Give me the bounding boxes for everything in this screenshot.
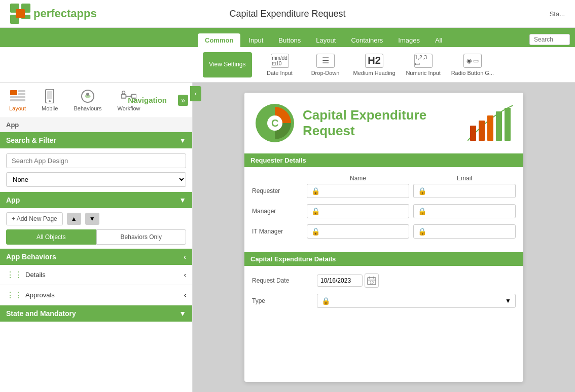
logo-icon	[10, 4, 30, 24]
state-mandatory-header[interactable]: State and Mandatory ▼	[0, 305, 192, 322]
app-section-chevron-icon: ▼	[179, 196, 186, 204]
details-label: ⋮⋮ Details	[6, 270, 46, 280]
sidebar-content: App Search & Filter ▼ None Active Inacti…	[0, 118, 192, 392]
approvals-item[interactable]: ⋮⋮ Approvals ‹	[0, 285, 192, 305]
details-item[interactable]: ⋮⋮ Details ‹	[0, 265, 192, 285]
widget-radio-button[interactable]: ◉ ▭ Radio Button G...	[451, 54, 494, 76]
svg-rect-5	[10, 90, 17, 95]
nav-title: Navigation	[128, 96, 167, 104]
page-controls: + Add New Page ▲ ▼	[0, 208, 192, 229]
nav-tab-mobile[interactable]: Mobile	[38, 87, 62, 113]
numeric-input-icon: 1,2,3 ▭	[414, 54, 433, 68]
filter-select[interactable]: None Active Inactive	[6, 172, 186, 187]
search-filter-chevron-icon: ▼	[179, 136, 186, 144]
form-header: C Capital Expenditure Request	[244, 93, 523, 153]
top-header: perfectapps Capital Expenditure Request …	[0, 0, 575, 28]
it-manager-name-input[interactable]: 🔒	[307, 224, 409, 239]
widget-medium-heading[interactable]: H2 Medium Heading	[353, 54, 396, 76]
tab-containers[interactable]: Containers	[344, 33, 390, 47]
manager-name-icon: 🔒	[311, 207, 320, 215]
type-select-icon: 🔒	[321, 297, 330, 305]
toggle-row: All Objects Behaviors Only	[6, 229, 186, 245]
svg-point-14	[86, 93, 89, 96]
nav-tab-workflow-label: Workflow	[117, 105, 140, 111]
behaviors-only-toggle[interactable]: Behaviors Only	[96, 229, 187, 245]
all-objects-toggle[interactable]: All Objects	[6, 229, 96, 245]
manager-name-input[interactable]: 🔒	[307, 204, 409, 218]
requester-email-icon: 🔒	[418, 187, 426, 195]
request-date-label: Request Date	[252, 277, 313, 284]
nav-tabs-row: Layout Mobile	[0, 83, 192, 118]
manager-email-icon: 🔒	[418, 207, 426, 215]
tab-buttons[interactable]: Buttons	[271, 33, 308, 47]
approvals-dots-icon: ⋮⋮	[6, 290, 22, 300]
nav-expand-button[interactable]: »	[178, 95, 188, 106]
widget-row: View Settings mm/dd⊡10 Date Input ☰ Drop…	[0, 47, 575, 83]
nav-tab-layout[interactable]: Layout	[5, 87, 30, 113]
it-manager-row: IT Manager 🔒 🔒	[252, 224, 516, 239]
search-filter-content: None Active Inactive	[0, 148, 192, 192]
main-content: C Capital Expenditure Request	[193, 83, 575, 392]
add-new-page-button[interactable]: + Add New Page	[6, 212, 63, 225]
tab-images[interactable]: Images	[391, 33, 427, 47]
tab-common[interactable]: Common	[198, 33, 240, 47]
manager-row: Manager 🔒 🔒	[252, 204, 516, 218]
logo-text: perfectapps	[33, 7, 97, 20]
requester-name-icon: 🔒	[311, 187, 320, 195]
view-settings-button[interactable]: View Settings	[203, 52, 252, 77]
dropdown-chevron-icon: ▼	[505, 297, 511, 304]
calendar-icon[interactable]: 10	[365, 273, 379, 288]
requester-email-input[interactable]: 🔒	[413, 184, 516, 198]
tab-layout[interactable]: Layout	[309, 33, 343, 47]
nav-tab-behaviours[interactable]: Behaviours	[69, 87, 105, 113]
app-section-label: App	[6, 196, 20, 204]
svg-text:10: 10	[370, 281, 374, 284]
type-select[interactable]: 🔒 ▼	[317, 294, 516, 308]
svg-rect-25	[479, 121, 485, 141]
request-date-input[interactable]	[317, 275, 363, 287]
it-manager-email-icon: 🔒	[418, 227, 426, 236]
sidebar-collapse-button[interactable]: ‹	[190, 86, 201, 101]
app-form: C Capital Expenditure Request	[244, 93, 523, 382]
widget-dropdown[interactable]: ☰ Drop-Down	[308, 54, 343, 76]
requester-name-input[interactable]: 🔒	[307, 184, 409, 198]
it-manager-email-input[interactable]: 🔒	[413, 224, 516, 239]
type-row: Type 🔒 ▼	[252, 294, 516, 308]
toolbar-search-input[interactable]	[529, 34, 570, 45]
type-label: Type	[252, 297, 313, 304]
nav-tab-behaviours-label: Behaviours	[74, 105, 101, 111]
search-filter-label: Search & Filter	[6, 136, 56, 144]
approvals-label: ⋮⋮ Approvals	[6, 290, 55, 300]
tab-all[interactable]: All	[428, 33, 449, 47]
nav-tab-mobile-label: Mobile	[42, 105, 58, 111]
svg-point-11	[49, 100, 51, 102]
radio-button-label: Radio Button G...	[451, 70, 494, 76]
svg-text:C: C	[271, 117, 278, 129]
manager-email-input[interactable]: 🔒	[413, 204, 516, 218]
svg-rect-9	[10, 99, 25, 101]
approvals-chevron-icon: ‹	[184, 291, 186, 299]
email-col-header: Email	[413, 175, 516, 182]
widget-numeric-input[interactable]: 1,2,3 ▭ Numeric Input	[406, 54, 441, 76]
svg-rect-27	[496, 111, 502, 141]
layout-icon	[10, 89, 25, 104]
it-manager-name-icon: 🔒	[311, 227, 320, 236]
svg-rect-28	[505, 108, 511, 141]
it-manager-row-label: IT Manager	[252, 228, 303, 235]
form-col-headers: Name Email	[252, 175, 516, 182]
radio-button-icon: ◉ ▭	[463, 54, 482, 68]
state-mandatory-label: State and Mandatory	[6, 309, 76, 318]
behaviours-icon	[80, 89, 95, 104]
move-up-button[interactable]: ▲	[67, 213, 81, 225]
svg-rect-6	[18, 90, 25, 92]
app-label: App	[0, 118, 192, 132]
svg-rect-26	[487, 115, 493, 141]
app-behaviors-label: App Behaviors	[6, 253, 56, 261]
widget-date-input[interactable]: mm/dd⊡10 Date Input	[262, 54, 298, 76]
search-app-design-input[interactable]	[6, 153, 186, 168]
tab-input[interactable]: Input	[241, 33, 270, 47]
move-down-button[interactable]: ▼	[85, 213, 99, 225]
app-section-header[interactable]: App ▼	[0, 192, 192, 208]
app-behaviors-header[interactable]: App Behaviors ‹	[0, 249, 192, 265]
search-filter-header[interactable]: Search & Filter ▼	[0, 132, 192, 148]
